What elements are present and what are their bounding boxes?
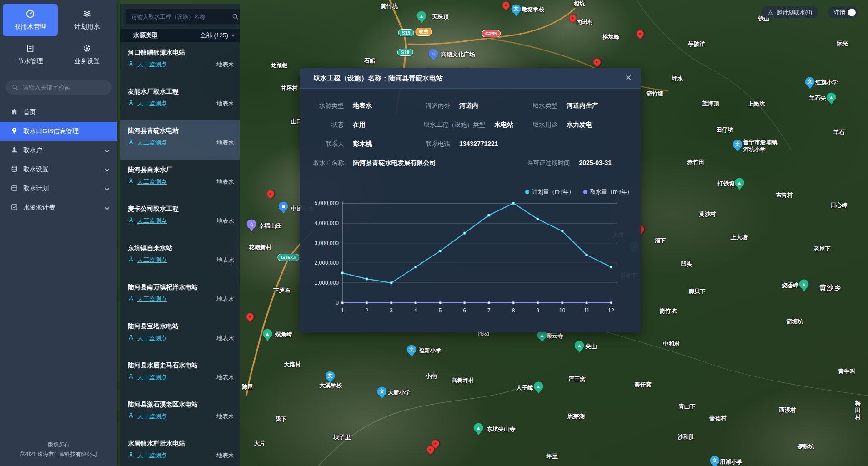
sidebar-item-1[interactable]: 取水口GIS信息管理 [0, 122, 117, 141]
module-tile-3[interactable]: 业务设置 [60, 38, 115, 71]
field-usage: 取水用途 水力发电 [533, 121, 592, 129]
water-source-tag: 地表水 [216, 373, 234, 381]
field-label: 取水用途 [533, 121, 557, 129]
sidebar-item-5[interactable]: 水资源计费 [0, 198, 117, 217]
flask-icon [768, 10, 773, 15]
sidebar-item-2[interactable]: 取水户 [0, 141, 117, 160]
green-marker[interactable]: ▲ [827, 92, 836, 102]
monitor-type-link[interactable]: 人工监测点 [137, 60, 167, 69]
green-marker[interactable]: ▲ [735, 178, 744, 187]
svg-text:4,000,000: 4,000,000 [315, 220, 339, 226]
over-plan-intake-button[interactable]: 超计划取水(0) [761, 6, 818, 18]
field-value: 13432771221 [459, 140, 498, 147]
monitor-type-link[interactable]: 人工监测点 [137, 139, 167, 147]
close-icon[interactable]: ✕ [623, 73, 633, 83]
fuel-marker[interactable]: ■ [279, 201, 288, 211]
over-plan-label: 超计划取水(0) [777, 9, 812, 16]
list-item[interactable]: 陆河县宝塔水电站人工监测点地表水 [120, 316, 240, 355]
school-marker[interactable]: 文 [377, 386, 387, 396]
module-tiles: 取用水管理计划用水节水管理业务设置 [0, 0, 117, 73]
station-list-panel: 水源类型 全部 (125) 河口镇唱歌潭水电站人工监测点地表水友能水厂取水工程人… [120, 4, 240, 466]
road-badge: S19 [398, 29, 414, 36]
menu-label: 水资源计费 [23, 204, 55, 212]
list-item[interactable]: 陆河县自来水厂人工监测点地表水 [120, 160, 240, 199]
list-item[interactable]: 友能水厂取水工程人工监测点地表水 [120, 81, 240, 120]
station-search-input[interactable] [130, 13, 228, 20]
monitor-type-link[interactable]: 人工监测点 [137, 295, 167, 303]
legend-label: 取水量（m³/年） [590, 188, 632, 196]
sidebar-item-0[interactable]: 首页 [0, 103, 117, 122]
green-marker[interactable]: ▲ [474, 423, 483, 432]
field-river-inout: 河道内外 河道内 [426, 102, 478, 110]
search-icon[interactable] [232, 13, 239, 20]
module-tile-0[interactable]: 取用水管理 [3, 4, 58, 36]
list-item[interactable]: 麦卡公司取水工程人工监测点地表水 [120, 199, 240, 238]
svg-text:0: 0 [336, 300, 339, 306]
water-source-tag: 地表水 [216, 217, 234, 225]
field-value: 水电站 [494, 121, 513, 129]
green-marker[interactable]: ▲ [417, 11, 426, 20]
intake-chart: 01,000,0002,000,0003,000,0004,000,0005,0… [309, 199, 627, 319]
school-marker[interactable]: 文 [407, 345, 416, 354]
list-item[interactable]: 河口镇唱歌潭水电站人工监测点地表水 [120, 42, 240, 81]
green-marker[interactable]: ▲ [575, 341, 584, 350]
monitor-type-link[interactable]: 人工监测点 [137, 100, 167, 108]
field-label: 取水工程（设施）类型 [424, 121, 485, 129]
green-marker[interactable]: ▲ [534, 381, 543, 391]
monitor-type-link[interactable]: 人工监测点 [137, 373, 167, 381]
sidebar-item-3[interactable]: 取水设置 [0, 160, 117, 179]
person-icon [128, 412, 134, 421]
school-marker[interactable]: 文 [733, 140, 743, 149]
field-label: 许可证过期时间 [527, 159, 570, 167]
field-phone: 联系电话 13432771221 [426, 140, 498, 148]
field-license-expiry: 许可证过期时间 2025-03-31 [527, 159, 612, 167]
monitor-type-link[interactable]: 人工监测点 [137, 256, 167, 264]
building-marker[interactable]: ⌂ [429, 49, 438, 58]
svg-text:1,000,000: 1,000,000 [315, 280, 339, 286]
field-label: 取水类型 [533, 102, 557, 110]
person-icon [128, 139, 134, 147]
green-marker[interactable]: ▲ [263, 329, 272, 338]
water-source-tag: 地表水 [216, 295, 234, 303]
list-item[interactable]: 陆河县激石溪老区水电站人工监测点地表水 [120, 394, 240, 433]
list-item[interactable]: 陆河县南万镇杞洋水电站人工监测点地表水 [120, 277, 240, 316]
filter-value-text: 全部 (125) [200, 31, 228, 40]
list-item[interactable]: 陆河县青碇水电站人工监测点地表水 [120, 120, 240, 160]
monitor-type-link[interactable]: 人工监测点 [137, 334, 167, 342]
filter-dropdown[interactable]: 全部 (125) [200, 31, 236, 40]
svg-text:5,000,000: 5,000,000 [315, 200, 339, 206]
sidebar-item-4[interactable]: 取水计划 [0, 179, 117, 198]
school-marker[interactable]: 文 [512, 4, 521, 14]
field-water-source: 水源类型 地表水 [319, 102, 372, 110]
station-search[interactable] [126, 9, 240, 24]
tile-label: 计划用水 [75, 23, 100, 31]
monitor-type-link[interactable]: 人工监测点 [137, 217, 167, 225]
green-marker[interactable]: ▲ [799, 279, 809, 289]
money-icon [11, 204, 18, 212]
module-tile-1[interactable]: 计划用水 [60, 4, 115, 36]
legend-item[interactable]: 计划量（m³/年） [525, 188, 574, 196]
hotel-marker[interactable]: ⌂ [247, 219, 256, 229]
modal-title: 取水工程（设施）名称：陆河县青碇水电站 [313, 68, 443, 88]
list-item[interactable]: 水唇镇水栏肚水电站人工监测点地表水 [120, 433, 240, 466]
sidebar-search-input[interactable] [22, 84, 105, 91]
field-facility-type: 取水工程（设施）类型 水电站 [424, 121, 513, 129]
monitor-type-link[interactable]: 人工监测点 [137, 178, 167, 186]
monitor-type-link[interactable]: 人工监测点 [137, 451, 167, 460]
list-item[interactable]: 东坑镇自来水站人工监测点地表水 [120, 238, 240, 277]
detail-toggle[interactable]: 详情 [828, 6, 858, 18]
module-tile-2[interactable]: 节水管理 [3, 38, 58, 71]
list-item[interactable]: 陆河县水唇走马石水电站人工监测点地表水 [120, 355, 240, 394]
monitor-type-link[interactable]: 人工监测点 [137, 412, 167, 421]
svg-text:5: 5 [439, 307, 442, 314]
legend-item[interactable]: 取水量（m³/年） [583, 188, 632, 196]
search-icon [12, 84, 18, 90]
school-marker[interactable]: 文 [710, 456, 720, 465]
sidebar-search[interactable] [5, 80, 112, 95]
chevron-down-icon [104, 148, 109, 153]
chart-legend: 计划量（m³/年）取水量（m³/年） [525, 188, 632, 196]
school-marker[interactable]: 文 [805, 77, 815, 86]
tile-label: 取用水管理 [15, 23, 46, 31]
school-marker[interactable]: 文 [326, 371, 335, 381]
person-icon [128, 100, 134, 108]
